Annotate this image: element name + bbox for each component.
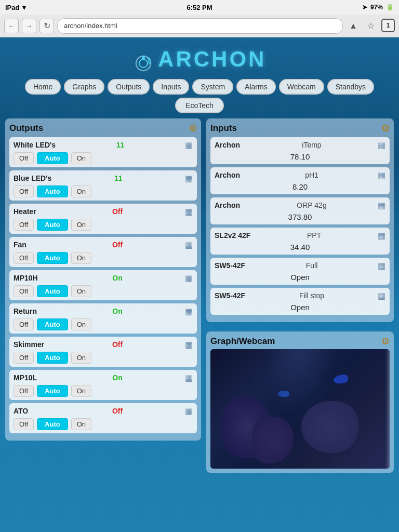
- input-ppt: SL2v2 42F PPT ▦ 34.40: [210, 228, 390, 255]
- input-row1-orp: Archon ORP 42g ▦: [215, 201, 385, 210]
- output-name-return: Return: [14, 307, 50, 315]
- nav-graphs[interactable]: Graphs: [64, 79, 104, 95]
- input-value-orp: 373.80: [215, 212, 385, 221]
- tab-count[interactable]: 1: [381, 19, 395, 32]
- output-row1-return: Return On ▦: [14, 307, 193, 316]
- skimmer-auto-btn[interactable]: Auto: [37, 352, 68, 364]
- output-controls-blue-leds: Off Auto On: [14, 185, 193, 197]
- inputs-gear-icon[interactable]: ⚙: [381, 123, 390, 134]
- reload-button[interactable]: ↻: [39, 19, 54, 33]
- output-controls-fan: Off Auto On: [14, 252, 193, 264]
- nav-standbys[interactable]: Standbys: [327, 79, 374, 95]
- mp10l-off-btn[interactable]: Off: [14, 385, 34, 397]
- sliders-icon-heater[interactable]: ▦: [185, 207, 193, 217]
- sliders-icon-itemp[interactable]: ▦: [378, 140, 385, 150]
- sliders-icon-orp[interactable]: ▦: [378, 201, 385, 210]
- skimmer-off-btn[interactable]: Off: [14, 352, 34, 364]
- outputs-header: Outputs ⚙: [9, 123, 197, 134]
- output-row1-skimmer: Skimmer Off ▦: [14, 340, 193, 350]
- output-blue-leds: Blue LED's 11 ▦ Off Auto On: [9, 170, 197, 201]
- sliders-icon-return[interactable]: ▦: [185, 307, 193, 316]
- blue-leds-auto-btn[interactable]: Auto: [37, 185, 68, 197]
- output-controls-skimmer: Off Auto On: [14, 352, 193, 364]
- input-source-itemp: Archon: [215, 141, 246, 149]
- sliders-icon-blue-leds[interactable]: ▦: [185, 174, 193, 183]
- inputs-title: Inputs: [210, 123, 237, 134]
- browser-actions: ▲ ☆ 1: [346, 19, 395, 33]
- forward-button[interactable]: →: [22, 19, 36, 33]
- output-row1-heater: Heater Off ▦: [14, 207, 193, 217]
- nav-inputs[interactable]: Inputs: [153, 79, 189, 95]
- wifi-icon: ▾: [22, 4, 26, 11]
- nav-outputs[interactable]: Outputs: [108, 79, 150, 95]
- graph-gear-icon[interactable]: ⚙: [381, 336, 390, 347]
- input-source-full: SW5-42F: [215, 261, 246, 270]
- nav-system[interactable]: System: [192, 79, 233, 95]
- output-status-skimmer: Off: [112, 340, 123, 349]
- output-status-blue-leds: 11: [114, 174, 123, 182]
- sliders-icon-mp10h[interactable]: ▦: [185, 273, 193, 283]
- fan-on-btn[interactable]: On: [71, 252, 91, 264]
- blue-leds-off-btn[interactable]: Off: [14, 185, 34, 197]
- return-on-btn[interactable]: On: [71, 318, 91, 330]
- mp10l-auto-btn[interactable]: Auto: [37, 385, 68, 397]
- skimmer-on-btn[interactable]: On: [71, 352, 91, 364]
- heater-off-btn[interactable]: Off: [14, 219, 34, 231]
- sliders-icon-skimmer[interactable]: ▦: [185, 340, 193, 350]
- bookmark-button[interactable]: ☆: [364, 19, 378, 33]
- return-off-btn[interactable]: Off: [14, 318, 34, 330]
- ato-auto-btn[interactable]: Auto: [37, 418, 68, 430]
- ato-on-btn[interactable]: On: [71, 418, 91, 430]
- input-itemp: Archon iTemp ▦ 78.10: [210, 137, 390, 164]
- output-mp10h: MP10H On ▦ Off Auto On: [9, 270, 197, 300]
- back-button[interactable]: ←: [4, 19, 19, 33]
- blue-leds-on-btn[interactable]: On: [71, 185, 91, 197]
- sliders-icon-white-leds[interactable]: ▦: [185, 140, 193, 150]
- battery-icon: 🔋: [386, 4, 394, 11]
- output-heater: Heater Off ▦ Off Auto On: [9, 204, 197, 234]
- mp10h-off-btn[interactable]: Off: [14, 285, 34, 297]
- sliders-icon-fan[interactable]: ▦: [185, 240, 193, 250]
- mp10l-on-btn[interactable]: On: [71, 385, 91, 397]
- nav-ecotech[interactable]: EcoTech: [175, 98, 224, 113]
- input-value-fillstop: Open: [215, 303, 385, 312]
- input-full: SW5-42F Full ▦ Open: [210, 258, 390, 285]
- nav-webcam[interactable]: Webcam: [279, 79, 324, 95]
- ato-off-btn[interactable]: Off: [14, 418, 34, 430]
- white-leds-on-btn[interactable]: On: [71, 152, 91, 164]
- graph-webcam-panel: Graph/Webcam ⚙: [206, 331, 394, 473]
- sliders-icon-mp10l[interactable]: ▦: [185, 373, 193, 383]
- fan-off-btn[interactable]: Off: [14, 252, 34, 264]
- output-status-ato: Off: [112, 407, 123, 415]
- sliders-icon-fillstop[interactable]: ▦: [378, 291, 385, 301]
- white-leds-off-btn[interactable]: Off: [14, 152, 34, 164]
- output-ato: ATO Off ▦ Off Auto On: [9, 403, 197, 433]
- output-row1-ato: ATO Off ▦: [14, 406, 193, 416]
- outputs-title: Outputs: [9, 123, 43, 134]
- output-row1-mp10h: MP10H On ▦: [14, 273, 193, 283]
- browser-bar: ← → ↻ ▲ ☆ 1: [0, 15, 399, 37]
- heater-auto-btn[interactable]: Auto: [37, 219, 68, 231]
- return-auto-btn[interactable]: Auto: [37, 318, 68, 330]
- sliders-icon-full[interactable]: ▦: [378, 261, 385, 271]
- input-source-ppt: SL2v2 42F: [215, 231, 250, 240]
- sliders-icon-ppt[interactable]: ▦: [378, 231, 385, 241]
- svg-point-1: [139, 59, 148, 68]
- nav-second: EcoTech: [5, 98, 394, 113]
- url-bar[interactable]: [57, 18, 343, 34]
- share-button[interactable]: ▲: [346, 19, 361, 33]
- heater-on-btn[interactable]: On: [71, 219, 91, 231]
- sliders-icon-ph1[interactable]: ▦: [378, 170, 385, 180]
- nav-home[interactable]: Home: [25, 79, 61, 95]
- webcam-placeholder: [210, 349, 390, 469]
- tank-blue-tint: [210, 349, 390, 469]
- white-leds-auto-btn[interactable]: Auto: [37, 152, 68, 164]
- sliders-icon-ato[interactable]: ▦: [185, 406, 193, 416]
- nav-alarms[interactable]: Alarms: [236, 79, 276, 95]
- mp10h-auto-btn[interactable]: Auto: [37, 285, 68, 297]
- outputs-gear-icon[interactable]: ⚙: [189, 123, 197, 134]
- mp10h-on-btn[interactable]: On: [71, 285, 91, 297]
- output-return: Return On ▦ Off Auto On: [9, 303, 197, 334]
- fan-auto-btn[interactable]: Auto: [37, 252, 68, 264]
- input-value-ph1: 8.20: [215, 182, 385, 191]
